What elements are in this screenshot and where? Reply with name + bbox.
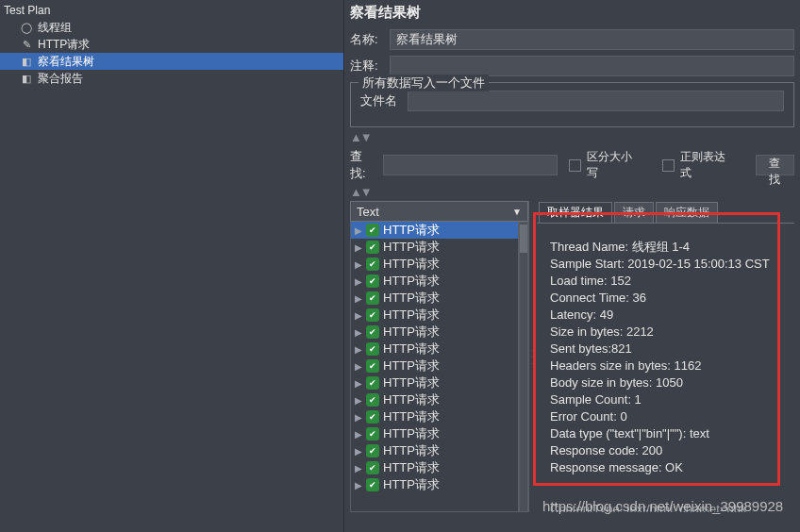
filename-input[interactable] [408, 91, 784, 111]
result-label: HTTP请求 [383, 391, 440, 408]
result-row[interactable]: ▶✔HTTP请求 [351, 307, 518, 324]
detail-line: Sample Start: 2019-02-15 15:00:13 CST [550, 256, 781, 273]
result-label: HTTP请求 [383, 256, 440, 273]
tree-item-aggregate[interactable]: ◧ 聚合报告 [0, 70, 343, 87]
detail-line: Connect Time: 36 [550, 290, 781, 307]
sampler-result-pane: Thread Name: 线程组 1-4Sample Start: 2019-0… [537, 224, 794, 512]
split-handle[interactable]: ··· [529, 201, 537, 512]
tab-sampler-result[interactable]: 取样器结果 [539, 202, 612, 223]
success-icon: ✔ [366, 410, 379, 424]
result-label: HTTP请求 [383, 222, 440, 239]
renderer-dropdown[interactable]: Text ▼ [350, 201, 528, 222]
success-icon: ✔ [366, 478, 379, 491]
success-icon: ✔ [366, 308, 379, 322]
result-row[interactable]: ▶✔HTTP请求 [351, 459, 518, 476]
results-scrollbar[interactable] [519, 222, 528, 512]
panel-title: 察看结果树 [350, 4, 794, 22]
detail-line: Sample Count: 1 [550, 391, 781, 408]
tree-item-http[interactable]: ✎ HTTP请求 [0, 36, 343, 53]
detail-line: Response code: 200 [550, 442, 781, 459]
file-output-fieldset: 所有数据写入一个文件 文件名 [350, 82, 794, 127]
result-row[interactable]: ▶✔HTTP请求 [351, 357, 518, 374]
detail-line: Sent bytes:821 [550, 341, 781, 357]
watermark-text: https://blog.csdn.net/weixin_39989928 [542, 498, 783, 514]
result-label: HTTP请求 [383, 290, 440, 307]
tab-response[interactable]: 响应数据 [656, 202, 718, 223]
sampler-icon: ✎ [19, 37, 34, 52]
detail-line: Thread Name: 线程组 1-4 [550, 239, 781, 256]
result-row[interactable]: ▶✔HTTP请求 [351, 222, 518, 239]
result-row[interactable]: ▶✔HTTP请求 [351, 256, 518, 273]
detail-line: Headers size in bytes: 1162 [550, 357, 781, 374]
tab-request[interactable]: 请求 [614, 202, 654, 223]
detail-line: Latency: 49 [550, 307, 781, 324]
detail-line: Size in bytes: 2212 [550, 324, 781, 341]
result-label: HTTP请求 [383, 307, 440, 324]
expand-icon: ▶ [355, 344, 366, 355]
result-row[interactable]: ▶✔HTTP请求 [351, 442, 518, 459]
tree-item-resultstree[interactable]: ◧ 察看结果树 [0, 53, 343, 70]
case-label: 区分大小写 [587, 149, 642, 181]
result-row[interactable]: ▶✔HTTP请求 [351, 408, 518, 425]
success-icon: ✔ [366, 342, 379, 356]
search-input[interactable] [383, 155, 558, 175]
result-row[interactable]: ▶✔HTTP请求 [351, 341, 518, 357]
result-label: HTTP请求 [383, 324, 440, 341]
detail-line: Body size in bytes: 1050 [550, 374, 781, 391]
expand-icon: ▶ [355, 327, 366, 338]
result-row[interactable]: ▶✔HTTP请求 [351, 239, 518, 256]
fieldset-legend: 所有数据写入一个文件 [358, 75, 489, 91]
result-label: HTTP请求 [383, 425, 440, 442]
success-icon: ✔ [366, 359, 379, 373]
tree-root[interactable]: Test Plan [0, 2, 343, 19]
thread-group-icon: ◯ [19, 20, 34, 35]
expand-icon: ▶ [355, 395, 366, 406]
collapse-arrows[interactable]: ▲▼ [350, 133, 794, 142]
detail-line: Response message: OK [550, 459, 781, 476]
success-icon: ✔ [366, 224, 379, 237]
comment-input[interactable] [390, 56, 794, 76]
detail-line: Load time: 152 [550, 273, 781, 290]
plan-tree[interactable]: Test Plan ◯ 线程组 ✎ HTTP请求 ◧ 察看结果树 ◧ 聚合报告 [0, 0, 344, 532]
expand-icon: ▶ [355, 310, 366, 321]
case-checkbox[interactable] [569, 159, 581, 172]
regex-checkbox[interactable] [662, 159, 675, 172]
results-list[interactable]: ▶✔HTTP请求▶✔HTTP请求▶✔HTTP请求▶✔HTTP请求▶✔HTTP请求… [350, 222, 519, 512]
listener-icon: ◧ [19, 54, 34, 69]
expand-icon: ▶ [355, 259, 366, 270]
result-label: HTTP请求 [383, 341, 440, 357]
success-icon: ✔ [366, 291, 379, 305]
success-icon: ✔ [366, 461, 379, 474]
result-label: HTTP请求 [383, 357, 440, 374]
expand-icon: ▶ [355, 293, 366, 304]
success-icon: ✔ [366, 427, 379, 441]
detail-line: Error Count: 0 [550, 408, 781, 425]
filename-label: 文件名 [360, 92, 408, 109]
result-row[interactable]: ▶✔HTTP请求 [351, 290, 518, 307]
result-row[interactable]: ▶✔HTTP请求 [351, 476, 518, 493]
result-row[interactable]: ▶✔HTTP请求 [351, 324, 518, 341]
result-row[interactable]: ▶✔HTTP请求 [351, 374, 518, 391]
search-button[interactable]: 查找 [756, 155, 794, 175]
name-input[interactable] [390, 29, 794, 50]
result-label: HTTP请求 [383, 374, 440, 391]
result-row[interactable]: ▶✔HTTP请求 [351, 391, 518, 408]
tree-root-label: Test Plan [4, 4, 50, 17]
result-label: HTTP请求 [383, 459, 440, 476]
tree-item-threadgroup[interactable]: ◯ 线程组 [0, 19, 343, 36]
expand-icon: ▶ [355, 361, 366, 372]
success-icon: ✔ [366, 444, 379, 457]
name-label: 名称: [350, 31, 390, 48]
result-row[interactable]: ▶✔HTTP请求 [351, 425, 518, 442]
result-label: HTTP请求 [383, 442, 440, 459]
collapse-arrows-2[interactable]: ▲▼ [350, 188, 794, 197]
success-icon: ✔ [366, 325, 379, 339]
expand-icon: ▶ [355, 463, 366, 474]
result-row[interactable]: ▶✔HTTP请求 [351, 273, 518, 290]
result-label: HTTP请求 [383, 273, 440, 290]
comment-label: 注释: [350, 58, 390, 75]
result-label: HTTP请求 [383, 476, 440, 493]
search-label: 查找: [350, 148, 377, 182]
success-icon: ✔ [366, 274, 379, 288]
result-label: HTTP请求 [383, 239, 440, 256]
